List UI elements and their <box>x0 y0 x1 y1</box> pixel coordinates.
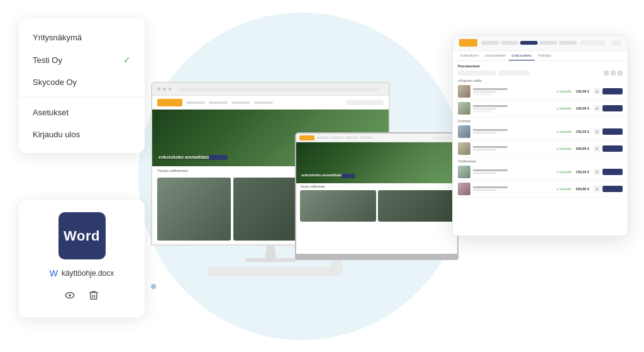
monitor-hero-text: erikoislisike ammattilaisille <box>158 154 215 160</box>
panel-user-area <box>611 40 621 45</box>
tablet-bottom-space <box>296 241 457 254</box>
panel-product-price-1: 192,00 € <box>576 89 589 93</box>
panel-product-info-4 <box>473 146 554 152</box>
tablet-section-label: Tutustu valikoimaan <box>296 183 457 190</box>
panel-tab-tuotenakyma[interactable]: Tuotenäkymä <box>457 51 482 60</box>
panel-product-cat-5 <box>473 173 497 174</box>
panel-product-plus-1[interactable]: + <box>594 88 600 94</box>
panel-product-avail-4: ● Saatavilla <box>557 147 571 150</box>
view-file-button[interactable] <box>63 288 77 305</box>
panel-product-row-4: ● Saatavilla 295,85 € + <box>453 140 628 157</box>
monitor-browser-bar <box>152 83 389 96</box>
panel-product-info-5 <box>473 169 554 175</box>
panel-product-info-1 <box>473 88 554 95</box>
eye-icon <box>64 290 75 301</box>
monitor-mouse <box>330 258 343 276</box>
dropdown-menu: Yritysnäkymä Testi Oy ✓ Skycode Oy Asetu… <box>19 19 145 153</box>
dropdown-item-kirjaudu-ulos[interactable]: Kirjaudu ulos <box>19 123 145 145</box>
monitor-thumb-1 <box>157 178 231 241</box>
panel-product-plus-2[interactable]: + <box>594 105 600 111</box>
tablet-thumb-1 <box>300 190 376 222</box>
word-filename-row: W käyttöohje.docx <box>50 268 114 278</box>
panel-product-plus-3[interactable]: + <box>594 128 600 135</box>
monitor-logo <box>157 99 182 106</box>
tablet-hero-cta[interactable] <box>341 174 355 178</box>
dropdown-item-skycode-oy[interactable]: Skycode Oy <box>19 71 145 93</box>
panel-category-label-3: Tukikiraineri <box>453 157 628 164</box>
panel-product-sub-2 <box>473 111 491 112</box>
panel-tab-yksiloity[interactable]: Yksilöidyt <box>535 51 554 60</box>
tablet-search <box>432 136 454 140</box>
panel-product-plus-5[interactable]: + <box>594 169 600 175</box>
panel-product-avail-3: ● Saatavilla <box>557 130 571 133</box>
decorative-dot-2 <box>151 284 156 289</box>
dropdown-item-testi-oy[interactable]: Testi Oy ✓ <box>19 48 145 71</box>
panel-add-to-cart-button-5[interactable] <box>602 169 623 175</box>
monitor-keyboard <box>208 267 333 276</box>
tablet-logo <box>299 135 314 140</box>
panel-product-row-2: ● Saatavilla 192,00 € + <box>453 100 628 117</box>
panel-product-image-2 <box>458 102 470 115</box>
grid-view-icon[interactable] <box>604 71 609 76</box>
panel-product-price-2: 192,00 € <box>576 106 589 110</box>
filter-icon[interactable] <box>618 71 623 76</box>
panel-product-sub-1 <box>473 94 491 95</box>
dropdown-item-yritysnakyma[interactable]: Yritysnäkymä <box>19 26 145 48</box>
panel-tab-lisaa[interactable]: Lisää tuotteita <box>509 51 535 60</box>
panel-add-to-cart-button-3[interactable] <box>602 128 623 135</box>
dropdown-label-kirjaudu-ulos: Kirjaudu ulos <box>33 130 80 139</box>
tablet-thumbnails <box>296 190 457 241</box>
panel-product-cat-6 <box>473 190 497 191</box>
panel-product-name-5 <box>473 169 508 171</box>
panel-product-row-6: ● Saatavilla 284,80 € + <box>453 181 628 198</box>
panel-product-row-3: ● Saatavilla 152,33 € + <box>453 123 628 140</box>
delete-file-button[interactable] <box>87 288 101 305</box>
panel-filter-dropdown[interactable] <box>458 71 496 76</box>
word-file-actions <box>63 288 101 305</box>
panel-product-avail-1: ● Saatavilla <box>557 90 571 93</box>
panel-product-cat-4 <box>473 149 497 150</box>
product-panel: Tuotenäkymä Listat/Valokeet Lisää tuotte… <box>452 35 628 236</box>
word-app-icon-box: Word <box>58 212 106 259</box>
panel-product-avail-5: ● Saatavilla <box>557 171 571 174</box>
panel-logo <box>459 39 477 47</box>
panel-header <box>453 35 628 51</box>
panel-product-image-4 <box>458 142 470 155</box>
tablet-thumb-2 <box>378 190 454 222</box>
dropdown-item-asetukset[interactable]: Asetukset <box>19 101 145 123</box>
panel-product-plus-6[interactable]: + <box>594 186 600 192</box>
panel-product-info-6 <box>473 186 554 192</box>
panel-product-cat-1 <box>473 91 497 93</box>
panel-view-toggle <box>604 71 623 76</box>
monitor-base <box>245 258 296 262</box>
panel-filter-search-input[interactable] <box>498 71 530 76</box>
panel-product-cat-3 <box>473 132 497 133</box>
panel-nav-pill-1 <box>481 41 499 45</box>
monitor-hero-cta-button[interactable] <box>209 155 228 160</box>
panel-search-bar[interactable] <box>580 40 606 45</box>
panel-product-row-5: ● Saatavilla 153,33 € + <box>453 164 628 181</box>
panel-nav-pill-5 <box>559 41 577 45</box>
panel-product-avail-6: ● Saatavilla <box>557 188 571 191</box>
list-view-icon[interactable] <box>611 71 616 76</box>
panel-product-name-2 <box>473 105 508 107</box>
panel-product-name-4 <box>473 146 508 148</box>
tablet-base <box>295 255 458 260</box>
dropdown-label-skycode-oy: Skycode Oy <box>33 77 77 87</box>
panel-category-label-1: «Kirjavan valiku <box>453 77 628 83</box>
panel-product-image-3 <box>458 125 470 138</box>
panel-product-row-1: ● Saatavilla 192,00 € + <box>453 83 628 100</box>
panel-filter-row <box>453 69 628 77</box>
panel-tab-listat[interactable]: Listat/Valokeet <box>482 51 508 60</box>
panel-product-avail-2: ● Saatavilla <box>557 107 571 110</box>
panel-add-to-cart-button-4[interactable] <box>602 145 623 152</box>
panel-product-plus-4[interactable]: + <box>594 145 600 152</box>
panel-product-name-3 <box>473 129 508 131</box>
panel-product-image-1 <box>458 85 470 98</box>
panel-add-to-cart-button-6[interactable] <box>602 186 623 192</box>
panel-add-to-cart-button-2[interactable] <box>602 105 623 111</box>
checkmark-icon: ✓ <box>123 55 131 65</box>
panel-add-to-cart-button-1[interactable] <box>602 88 623 94</box>
word-app-label: Word <box>64 228 100 244</box>
panel-category-label-2: Lisäosat <box>453 117 628 123</box>
